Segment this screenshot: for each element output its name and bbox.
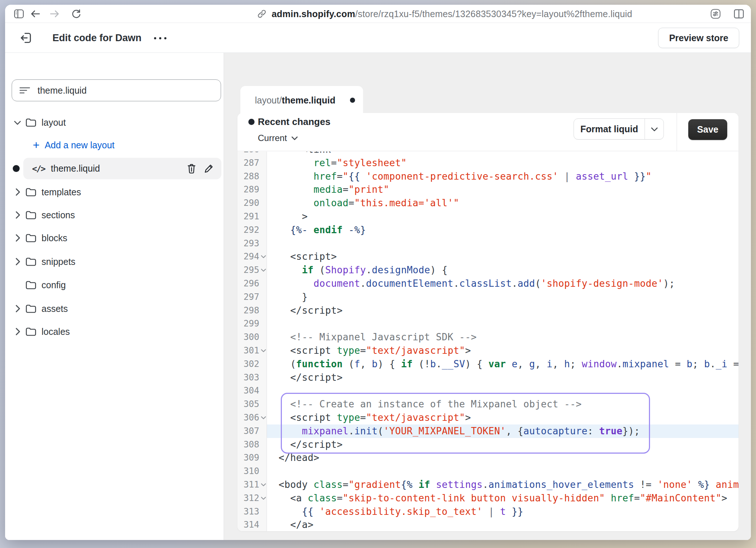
fold-chevron-icon[interactable] <box>260 415 267 421</box>
code-line-312[interactable]: 312 <a class="skip-to-content-link butto… <box>237 492 739 505</box>
tree-item-sections[interactable]: sections <box>12 206 221 224</box>
fold-chevron-icon[interactable] <box>260 348 267 354</box>
fold-chevron-icon[interactable] <box>260 267 267 273</box>
version-selector[interactable]: Current <box>258 133 298 143</box>
code-line-294[interactable]: 294 <script> <box>237 250 739 263</box>
code-line-text[interactable]: > <box>267 210 739 223</box>
tree-item-blocks[interactable]: blocks <box>12 229 221 247</box>
code-line-text[interactable]: </script> <box>267 371 739 384</box>
split-view-icon[interactable] <box>733 8 744 19</box>
code-line-text[interactable] <box>267 384 739 398</box>
exit-editor-button[interactable] <box>19 31 33 45</box>
code-line-text[interactable]: </script> <box>267 438 739 451</box>
code-line-text[interactable]: href="{{ 'component-predictive-search.cs… <box>267 170 739 183</box>
preview-store-button[interactable]: Preview store <box>658 28 739 48</box>
code-line-288[interactable]: 288 href="{{ 'component-predictive-searc… <box>237 170 739 183</box>
tree-item-layout[interactable]: layout <box>12 114 221 131</box>
code-line-text[interactable]: <!-- Mixpanel Javascript SDK --> <box>267 330 739 344</box>
chevron-right-icon[interactable] <box>15 305 20 313</box>
code-line-303[interactable]: 303 </script> <box>237 371 739 384</box>
file-filter-input[interactable] <box>38 85 221 96</box>
tree-item-templates[interactable]: templates <box>12 183 221 201</box>
fold-chevron-icon[interactable] <box>260 254 267 260</box>
code-line-291[interactable]: 291 > <box>237 210 739 223</box>
code-line-296[interactable]: 296 document.documentElement.classList.a… <box>237 277 739 290</box>
code-line-292[interactable]: 292 {%- endif -%} <box>237 223 739 237</box>
code-line-text[interactable]: document.documentElement.classList.add('… <box>267 277 739 290</box>
chevron-down-icon[interactable] <box>14 120 21 125</box>
reload-icon[interactable] <box>71 8 82 19</box>
code-line-text[interactable]: if (Shopify.designMode) { <box>267 263 739 277</box>
code-line-290[interactable]: 290 onload="this.media='all'" <box>237 196 739 210</box>
tree-item-theme-liquid[interactable]: </>theme.liquid <box>23 158 221 179</box>
code-line-text[interactable]: mixpanel.init('YOUR_MIXPANEL_TOKEN', {au… <box>267 424 739 438</box>
tree-item-assets[interactable]: assets <box>12 300 221 317</box>
code-line-text[interactable]: media="print" <box>267 183 739 196</box>
code-line-text[interactable]: <script> <box>267 250 739 263</box>
tree-item-Add-a-new-layout[interactable]: +Add a new layout <box>12 136 221 154</box>
code-line-text[interactable]: <script type="text/javascript"> <box>267 411 739 424</box>
code-line-text[interactable]: <script type="text/javascript"> <box>267 344 739 357</box>
chevron-right-icon[interactable] <box>15 328 20 336</box>
tree-item-locales[interactable]: locales <box>12 323 221 340</box>
code-line-309[interactable]: 309 </head> <box>237 451 739 465</box>
page-settings-icon[interactable] <box>710 8 721 19</box>
format-options-dropdown[interactable] <box>645 119 664 139</box>
chevron-right-icon[interactable] <box>15 258 20 266</box>
code-line-text[interactable]: onload="this.media='all'" <box>267 196 739 210</box>
format-liquid-button[interactable]: Format liquid <box>574 118 664 140</box>
file-filter-box[interactable] <box>12 79 221 101</box>
code-line-text[interactable]: } <box>267 290 739 304</box>
fold-chevron-icon[interactable] <box>260 495 267 501</box>
code-line-298[interactable]: 298 </script> <box>237 304 739 317</box>
code-line-text[interactable]: </script> <box>267 304 739 317</box>
code-line-310[interactable]: 310 <box>237 465 739 478</box>
code-line-text[interactable] <box>267 465 739 478</box>
rename-icon[interactable] <box>204 163 214 174</box>
code-line-297[interactable]: 297 } <box>237 290 739 304</box>
chevron-right-icon[interactable] <box>15 211 20 219</box>
code-line-text[interactable]: <body class="gradient{% if settings.anim… <box>267 478 739 492</box>
code-line-text[interactable]: <link <box>267 152 739 156</box>
chevron-right-icon[interactable] <box>15 188 20 196</box>
code-line-text[interactable]: </head> <box>267 451 739 465</box>
forward-icon[interactable] <box>49 8 60 19</box>
code-line-text[interactable]: </a> <box>267 518 739 531</box>
code-line-text[interactable]: <a class="skip-to-content-link button vi… <box>267 492 739 505</box>
code-line-301[interactable]: 301 <script type="text/javascript"> <box>237 344 739 357</box>
chevron-right-icon[interactable] <box>15 234 20 242</box>
code-line-295[interactable]: 295 if (Shopify.designMode) { <box>237 263 739 277</box>
code-line-300[interactable]: 300 <!-- Mixpanel Javascript SDK --> <box>237 330 739 344</box>
more-actions-button[interactable] <box>150 33 170 43</box>
code-line-text[interactable]: rel="stylesheet" <box>267 156 739 170</box>
code-line-306[interactable]: 306 <script type="text/javascript"> <box>237 411 739 424</box>
code-line-314[interactable]: 314 </a> <box>237 518 739 531</box>
fold-chevron-icon[interactable] <box>260 482 267 488</box>
code-line-text[interactable]: {%- endif -%} <box>267 223 739 237</box>
code-line-302[interactable]: 302 (function (f, b) { if (!b.__SV) { va… <box>237 357 739 371</box>
code-line-text[interactable] <box>267 317 739 330</box>
tree-item-snippets[interactable]: snippets <box>12 253 221 270</box>
code-line-286[interactable]: 286 <link <box>237 152 739 156</box>
code-line-308[interactable]: 308 </script> <box>237 438 739 451</box>
code-line-304[interactable]: 304 <box>237 384 739 398</box>
editor-tab[interactable]: layout/theme.liquid <box>240 86 363 114</box>
code-line-293[interactable]: 293 <box>237 237 739 250</box>
address-bar[interactable]: admin.shopify.com/store/rzq1xu-f5/themes… <box>257 5 632 23</box>
code-line-299[interactable]: 299 <box>237 317 739 330</box>
delete-icon[interactable] <box>186 163 197 174</box>
code-line-287[interactable]: 287 rel="stylesheet" <box>237 156 739 170</box>
tree-item-config[interactable]: config <box>12 276 221 294</box>
code-line-313[interactable]: 313 {{ 'accessibility.skip_to_text' | t … <box>237 505 739 518</box>
code-line-305[interactable]: 305 <!-- Create an instance of the Mixpa… <box>237 398 739 411</box>
code-line-289[interactable]: 289 media="print" <box>237 183 739 196</box>
code-line-text[interactable]: (function (f, b) { if (!b.__SV) { var e,… <box>267 357 739 371</box>
code-line-307[interactable]: 307 mixpanel.init('YOUR_MIXPANEL_TOKEN',… <box>237 424 739 438</box>
save-button[interactable]: Save <box>688 119 727 140</box>
back-icon[interactable] <box>30 8 41 19</box>
code-line-text[interactable] <box>267 237 739 250</box>
code-line-311[interactable]: 311 <body class="gradient{% if settings.… <box>237 478 739 492</box>
code-editor[interactable]: 286 <link287 rel="stylesheet"288 href="{… <box>237 152 739 531</box>
code-line-text[interactable]: {{ 'accessibility.skip_to_text' | t }} <box>267 505 739 518</box>
sidebar-toggle-icon[interactable] <box>13 8 24 19</box>
